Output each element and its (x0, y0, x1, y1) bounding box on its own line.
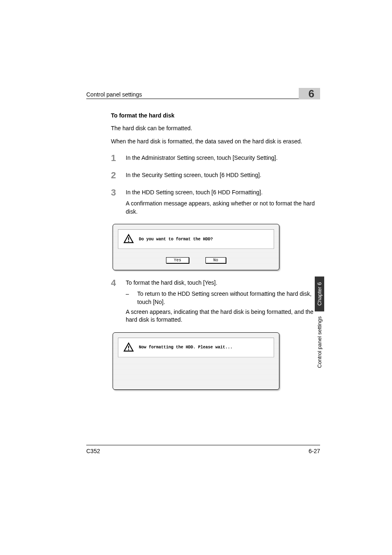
side-tabs: Chapter 6 Control panel settings (315, 276, 324, 371)
step-text: In the HDD Setting screen, touch [6 HDD … (126, 188, 320, 197)
intro-paragraph-2: When the hard disk is formatted, the dat… (111, 138, 320, 146)
step-4-sub: – To return to the HDD Setting screen wi… (126, 290, 320, 306)
page-header: Control panel settings 6 (86, 86, 320, 99)
yes-button[interactable]: Yes (166, 257, 189, 263)
page-footer: C352 6-27 (86, 445, 320, 454)
dialog-message-row: Now formatting the HDD. Please wait... (118, 338, 274, 357)
dialog-message-row: Do you want to format the HDD? (118, 229, 274, 249)
formatting-dialog: Now formatting the HDD. Please wait... (113, 332, 279, 390)
no-button[interactable]: No (205, 257, 226, 263)
footer-page: 6-27 (309, 448, 320, 454)
step-number: 2 (111, 171, 126, 180)
step-text: In the Administrator Setting screen, tou… (126, 154, 320, 163)
sub-step-text: To return to the HDD Setting screen with… (137, 290, 320, 306)
dialog-buttons: Yes No (118, 257, 274, 265)
svg-point-3 (128, 349, 129, 350)
dialog-message: Now formatting the HDD. Please wait... (139, 345, 233, 350)
step-4: 4 To format the hard disk, touch [Yes]. (111, 279, 320, 288)
step-text: To format the hard disk, touch [Yes]. (126, 279, 320, 288)
section-title: To format the hard disk (111, 112, 320, 119)
chapter-number: 6 (309, 88, 314, 100)
side-chapter-tab: Chapter 6 (315, 276, 324, 311)
step-3: 3 In the HDD Setting screen, touch [6 HD… (111, 188, 320, 197)
step-1: 1 In the Administrator Setting screen, t… (111, 154, 320, 163)
step-number: 1 (111, 154, 126, 163)
step-4-continue: A screen appears, indicating that the ha… (126, 308, 320, 324)
step-number: 3 (111, 188, 126, 197)
intro-paragraph-1: The hard disk can be formatted. (111, 124, 320, 133)
dialog-message: Do you want to format the HDD? (139, 237, 213, 242)
step-number: 4 (111, 279, 126, 288)
warning-icon (123, 234, 134, 244)
dash: – (126, 290, 137, 306)
confirm-dialog: Do you want to format the HDD? Yes No (113, 224, 279, 270)
step-text: In the Security Setting screen, touch [6… (126, 171, 320, 180)
svg-point-1 (128, 241, 129, 242)
step-3-continue: A confirmation message appears, asking w… (126, 200, 320, 216)
side-section-tab: Control panel settings (315, 314, 324, 371)
header-title: Control panel settings (86, 91, 142, 98)
warning-icon (123, 342, 134, 353)
step-2: 2 In the Security Setting screen, touch … (111, 171, 320, 180)
footer-model: C352 (86, 448, 100, 454)
chapter-box: 6 (299, 88, 320, 99)
